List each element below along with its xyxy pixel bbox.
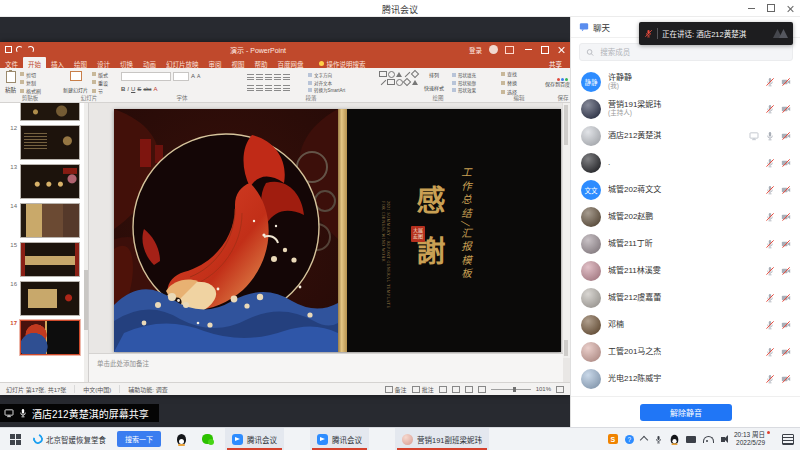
strikethrough-button[interactable]: abc xyxy=(143,86,151,93)
font-size-box[interactable] xyxy=(173,72,189,81)
align-center-button[interactable] xyxy=(256,85,263,91)
mic-muted-icon[interactable] xyxy=(765,77,775,87)
mic-muted-icon[interactable] xyxy=(765,293,775,303)
thumbnail-scrollbar[interactable] xyxy=(84,103,88,382)
reset-button[interactable]: 重设 xyxy=(92,79,108,86)
align-right-button[interactable] xyxy=(265,85,272,91)
tab-draw[interactable]: 绘图 xyxy=(69,57,92,68)
text-direction-button[interactable]: 文字方向 xyxy=(308,72,345,78)
layout-button[interactable]: 版式 xyxy=(92,71,108,78)
camera-off-icon[interactable] xyxy=(781,293,791,303)
justify-button[interactable] xyxy=(274,85,281,91)
volume-icon[interactable] xyxy=(721,437,725,442)
slide-thumbnail-panel[interactable]: 12 13 14 15 16 xyxy=(0,103,89,382)
tray-mic-icon[interactable] xyxy=(654,435,663,444)
slide-thumbnail[interactable] xyxy=(20,203,80,238)
reading-view-icon[interactable] xyxy=(465,386,473,393)
slide-thumbnail[interactable] xyxy=(20,281,80,316)
tab-slideshow[interactable]: 幻灯片放映 xyxy=(161,57,204,68)
slide-thumbnail[interactable] xyxy=(20,164,80,199)
mic-muted-icon[interactable] xyxy=(765,374,775,384)
language-indicator[interactable]: 中文(中国) xyxy=(83,385,111,394)
member-row[interactable]: 邓楠 xyxy=(571,311,800,338)
tab-view[interactable]: 视图 xyxy=(227,57,250,68)
camera-off-icon[interactable] xyxy=(781,239,791,249)
convert-smartart-button[interactable]: 转换为SmartArt xyxy=(308,87,345,93)
replace-button[interactable]: 替换 xyxy=(501,79,537,86)
tray-device-icon[interactable] xyxy=(686,436,696,443)
slide-scrollbar[interactable] xyxy=(562,103,570,358)
current-slide[interactable]: 2021 SUMMARY / REPORT GENERAL TEMPLATE F… xyxy=(114,109,561,352)
slide-sorter-view-icon[interactable] xyxy=(452,386,460,393)
ribbon-display-options-icon[interactable] xyxy=(505,46,514,54)
select-button[interactable]: 选择 xyxy=(501,88,537,95)
account-avatar[interactable] xyxy=(489,45,498,54)
find-button[interactable]: 查找 xyxy=(501,70,537,77)
chat-tab[interactable]: 聊天 xyxy=(593,21,610,33)
tab-design[interactable]: 设计 xyxy=(92,57,115,68)
increase-indent-button[interactable] xyxy=(274,74,281,80)
taskbar-search-button[interactable]: 搜索一下 xyxy=(117,431,161,447)
thumbnail-row[interactable]: 16 xyxy=(8,281,82,316)
mic-muted-icon[interactable] xyxy=(765,212,775,222)
qq-icon[interactable] xyxy=(177,434,186,445)
shadow-button[interactable]: S xyxy=(137,86,141,93)
member-row[interactable]: 营销191梁妮玮(主持人) xyxy=(571,95,800,122)
normal-view-icon[interactable] xyxy=(439,386,447,393)
thumbnail-row[interactable]: 14 xyxy=(8,203,82,238)
zoom-slider[interactable] xyxy=(491,389,531,390)
thumbnail-row[interactable]: 15 xyxy=(8,242,82,277)
taskbar-item-chat-window[interactable]: 营销191副班梁妮玮 xyxy=(395,428,489,450)
news-widget[interactable]: 北京智媛恢复堂食 搜索一下 xyxy=(33,431,161,447)
thumbnail-row[interactable]: 13 xyxy=(8,164,82,199)
news-headline[interactable]: 北京智媛恢复堂食 xyxy=(46,434,106,445)
member-row[interactable]: 工管201马之杰 xyxy=(571,338,800,365)
tab-transitions[interactable]: 切换 xyxy=(115,57,138,68)
underline-button[interactable]: U xyxy=(131,86,135,93)
shapes-gallery[interactable] xyxy=(379,70,419,95)
italic-button[interactable]: I xyxy=(127,86,129,93)
paste-button[interactable]: 粘贴 xyxy=(3,70,18,95)
ppt-minimize-icon[interactable] xyxy=(525,49,532,50)
camera-off-icon[interactable] xyxy=(781,131,791,141)
fit-to-window-icon[interactable] xyxy=(556,386,564,393)
numbering-button[interactable] xyxy=(256,74,263,80)
arrange-button[interactable]: 排列 xyxy=(421,73,447,79)
font-color-button[interactable]: A xyxy=(153,86,157,93)
redo-icon[interactable] xyxy=(27,46,34,53)
camera-off-icon[interactable] xyxy=(781,77,791,87)
decrease-indent-button[interactable] xyxy=(265,74,272,80)
taskbar-item-meeting-2[interactable]: 腾讯会议 xyxy=(310,428,369,450)
taskbar-item-meeting-1[interactable]: 腾讯会议 xyxy=(225,428,284,450)
slide-thumbnail[interactable] xyxy=(20,103,80,121)
bold-button[interactable]: B xyxy=(121,86,125,93)
camera-off-icon[interactable] xyxy=(781,104,791,114)
shape-outline-button[interactable]: 形状轮廓 xyxy=(452,80,476,86)
tray-qq-icon[interactable] xyxy=(671,434,679,443)
zoom-level[interactable]: 101% xyxy=(536,386,551,392)
member-row[interactable]: . xyxy=(571,149,800,176)
wechat-icon[interactable] xyxy=(202,434,213,444)
comments-toggle[interactable]: 批注 xyxy=(412,385,434,394)
action-center-icon[interactable] xyxy=(782,434,794,445)
tab-baidu-netdisk[interactable]: 百度网盘 xyxy=(273,57,309,68)
thumbnail-row-partial[interactable] xyxy=(8,107,82,121)
slide-thumbnail[interactable] xyxy=(20,242,80,277)
wifi-icon[interactable] xyxy=(703,436,714,443)
member-row[interactable]: 光电212陈威宇 xyxy=(571,365,800,392)
taskbar-clock[interactable]: 20:13 周日 2022/5/29 xyxy=(734,431,765,447)
mic-muted-icon[interactable] xyxy=(765,239,775,249)
camera-off-icon[interactable] xyxy=(781,158,791,168)
thumbnail-row-selected[interactable]: 17 xyxy=(8,320,82,355)
tray-expand-icon[interactable] xyxy=(640,436,648,444)
member-row-sharing[interactable]: 酒店212黄楚淇 xyxy=(571,122,800,149)
mic-muted-icon[interactable] xyxy=(765,104,775,114)
tab-help[interactable]: 帮助 xyxy=(250,57,273,68)
accessibility-indicator[interactable]: 辅助功能: 调查 xyxy=(128,385,167,394)
slideshow-view-icon[interactable] xyxy=(478,386,486,393)
start-button-icon[interactable] xyxy=(10,434,21,445)
slide-thumbnail[interactable] xyxy=(20,125,80,160)
camera-off-icon[interactable] xyxy=(781,374,791,384)
sogou-input-icon[interactable]: S xyxy=(608,434,618,444)
line-spacing-button[interactable] xyxy=(283,74,290,80)
